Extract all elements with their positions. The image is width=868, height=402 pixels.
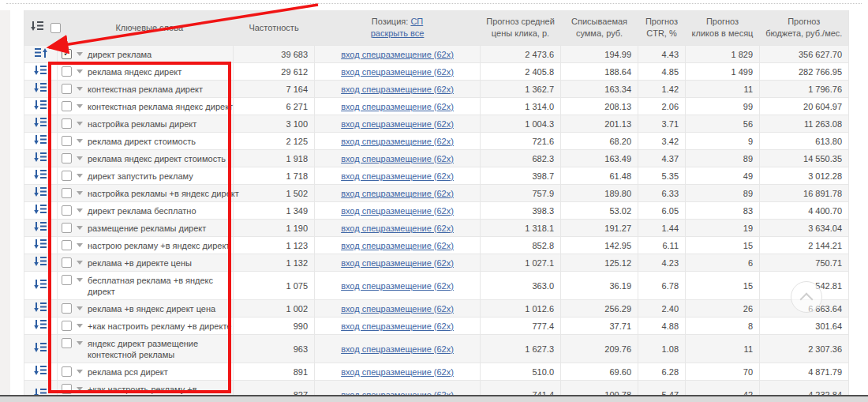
row-checkbox[interactable] xyxy=(62,188,72,198)
dropdown-caret-icon[interactable] xyxy=(77,191,83,195)
sort-list-icon[interactable] xyxy=(34,342,47,355)
row-checkbox[interactable] xyxy=(62,275,72,285)
sort-list-icon[interactable] xyxy=(34,169,47,182)
row-checkbox[interactable] xyxy=(62,49,72,59)
position-link[interactable]: вход спецразмещение (62x) xyxy=(341,189,454,198)
sort-list-icon[interactable] xyxy=(31,21,44,35)
sort-list-icon[interactable] xyxy=(34,365,47,378)
sort-list-icon[interactable] xyxy=(34,134,47,148)
sort-list-icon[interactable] xyxy=(34,239,47,252)
dropdown-caret-icon[interactable] xyxy=(77,174,83,178)
sort-list-icon[interactable] xyxy=(34,204,47,217)
dropdown-caret-icon[interactable] xyxy=(77,387,83,391)
sort-list-icon[interactable] xyxy=(34,117,47,130)
row-checkbox[interactable] xyxy=(62,384,72,394)
table-row: директ запустить рекламу1 718вход спецра… xyxy=(24,167,849,185)
sort-list-icon[interactable] xyxy=(34,186,47,200)
table-row: +как настроить рекламу +в директе990вход… xyxy=(24,317,849,335)
dropdown-caret-icon[interactable] xyxy=(77,122,83,126)
sort-list-icon[interactable] xyxy=(34,65,47,78)
dropdown-caret-icon[interactable] xyxy=(77,156,83,160)
row-checkbox[interactable] xyxy=(62,118,72,129)
dropdown-caret-icon[interactable] xyxy=(77,52,83,56)
position-link[interactable]: вход спецразмещение (62x) xyxy=(341,258,454,268)
dropdown-caret-icon[interactable] xyxy=(77,341,83,345)
sort-list-icon[interactable] xyxy=(34,279,47,292)
position-link[interactable]: вход спецразмещение (62x) xyxy=(341,367,454,377)
select-all-checkbox[interactable] xyxy=(51,23,61,33)
dropdown-caret-icon[interactable] xyxy=(77,139,83,143)
position-link[interactable]: вход спецразмещение (62x) xyxy=(341,304,454,314)
clicks-cell: 15 xyxy=(686,237,760,254)
position-link[interactable]: вход спецразмещение (62x) xyxy=(341,102,454,111)
clicks-cell: 56 xyxy=(686,115,760,133)
position-link[interactable]: вход спецразмещение (62x) xyxy=(341,206,454,216)
move-to-top-icon[interactable] xyxy=(34,47,47,61)
avg-price-cell: 1 004.3 xyxy=(481,115,561,133)
position-cell: вход спецразмещение (62x) xyxy=(315,150,481,167)
row-checkbox[interactable] xyxy=(62,366,72,377)
col-header-keywords: Ключевые слова xyxy=(67,22,232,34)
position-link[interactable]: вход спецразмещение (62x) xyxy=(341,50,454,59)
writeoff-cell: 61.48 xyxy=(561,167,638,185)
budget-cell: 16 891.78 xyxy=(760,185,849,202)
sort-list-icon[interactable] xyxy=(34,100,47,113)
position-cell: вход спецразмещение (62x) xyxy=(315,220,481,237)
avg-price-cell: 852.8 xyxy=(481,237,561,254)
avg-price-cell: 721.6 xyxy=(481,133,561,150)
row-checkbox[interactable] xyxy=(62,84,72,94)
position-link[interactable]: вход спецразмещение (62x) xyxy=(341,344,454,354)
dropdown-caret-icon[interactable] xyxy=(77,104,83,108)
dropdown-caret-icon[interactable] xyxy=(77,70,83,73)
dropdown-caret-icon[interactable] xyxy=(77,306,83,310)
row-checkbox[interactable] xyxy=(62,303,72,314)
sort-list-icon[interactable] xyxy=(34,256,47,269)
position-sp-link[interactable]: СП xyxy=(410,17,423,26)
dropdown-caret-icon[interactable] xyxy=(77,278,83,282)
position-link[interactable]: вход спецразмещение (62x) xyxy=(341,241,454,250)
position-link[interactable]: вход спецразмещение (62x) xyxy=(341,119,454,129)
row-checkbox[interactable] xyxy=(62,205,72,216)
clicks-cell: 70 xyxy=(686,363,760,381)
dropdown-caret-icon[interactable] xyxy=(77,324,83,328)
position-cell: вход спецразмещение (62x) xyxy=(315,254,481,272)
sort-list-icon[interactable] xyxy=(34,152,47,165)
row-checkbox[interactable] xyxy=(62,66,72,77)
dropdown-caret-icon[interactable] xyxy=(77,370,83,374)
row-checkbox[interactable] xyxy=(62,338,72,348)
position-link[interactable]: вход спецразмещение (62x) xyxy=(341,321,454,331)
avg-price-cell: 777.4 xyxy=(481,317,561,335)
sort-list-icon[interactable] xyxy=(34,221,47,235)
dropdown-caret-icon[interactable] xyxy=(77,243,83,247)
keyword-text: директ запустить рекламу xyxy=(88,170,193,182)
sort-list-icon[interactable] xyxy=(34,82,47,96)
row-checkbox[interactable] xyxy=(62,153,72,163)
col-header-position: Позиция: СП раскрыть все xyxy=(315,10,481,46)
position-link[interactable]: вход спецразмещение (62x) xyxy=(341,224,454,233)
keyword-text: директ реклама бесплатно xyxy=(88,205,196,216)
expand-all-link[interactable]: раскрыть все xyxy=(371,28,425,38)
dropdown-caret-icon[interactable] xyxy=(77,209,83,212)
row-checkbox[interactable] xyxy=(62,171,72,181)
sort-list-icon[interactable] xyxy=(34,302,47,315)
row-checkbox[interactable] xyxy=(62,136,72,146)
position-link[interactable]: вход спецразмещение (62x) xyxy=(341,85,454,94)
row-checkbox[interactable] xyxy=(62,101,72,111)
clicks-cell: 89 xyxy=(686,150,760,167)
row-checkbox[interactable] xyxy=(62,321,72,331)
sort-list-icon[interactable] xyxy=(34,319,47,332)
position-link[interactable]: вход спецразмещение (62x) xyxy=(341,137,454,146)
position-link[interactable]: вход спецразмещение (62x) xyxy=(341,154,454,163)
dropdown-caret-icon[interactable] xyxy=(77,226,83,230)
row-checkbox[interactable] xyxy=(62,223,72,233)
position-link[interactable]: вход спецразмещение (62x) xyxy=(341,171,454,181)
scroll-to-top-button[interactable] xyxy=(791,281,822,313)
dropdown-caret-icon[interactable] xyxy=(77,87,83,91)
avg-price-cell: 363.0 xyxy=(481,272,561,300)
row-checkbox[interactable] xyxy=(62,257,72,268)
position-link[interactable]: вход спецразмещение (62x) xyxy=(341,281,454,291)
position-link[interactable]: вход спецразмещение (62x) xyxy=(341,67,454,77)
row-checkbox[interactable] xyxy=(62,240,72,250)
dropdown-caret-icon[interactable] xyxy=(77,261,83,265)
table-header-row: Ключевые слова Частотность Позиция: СП р… xyxy=(24,10,849,46)
